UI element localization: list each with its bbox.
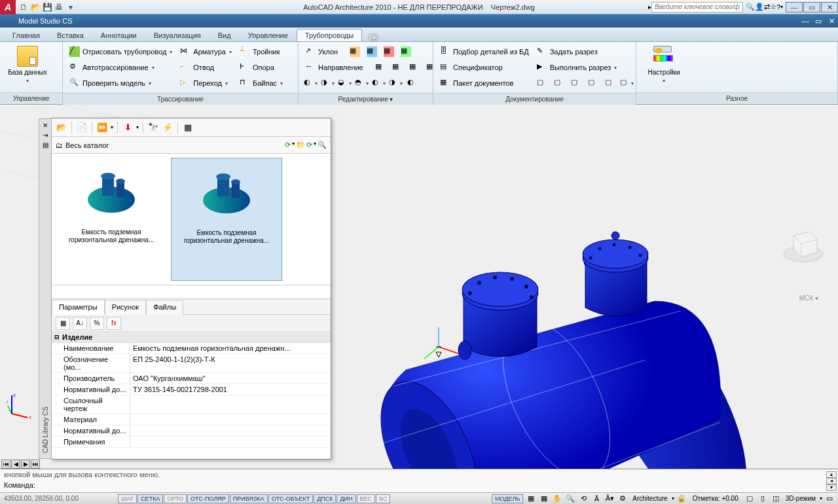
- slope-button[interactable]: ↗Уклон: [302, 45, 340, 59]
- status-replace-icon[interactable]: ▢: [744, 494, 756, 503]
- elbow-button[interactable]: ⌐Отвод: [177, 60, 234, 75]
- edit-icon-1[interactable]: ▦: [347, 45, 363, 59]
- minimize-button[interactable]: —: [786, 2, 803, 12]
- cmd-prompt[interactable]: Команда:: [4, 481, 834, 489]
- ucs-icon[interactable]: x y z: [7, 393, 33, 419]
- edit-dd-1[interactable]: ◐▾: [302, 76, 318, 90]
- tab-first-icon[interactable]: ⏮: [1, 459, 10, 469]
- prop-row[interactable]: Обозначение (мо...ЕП 25-2400-1-1(2)(3)-Т…: [52, 354, 331, 373]
- tee-button[interactable]: ┴Тройник: [237, 45, 285, 59]
- doc-i3[interactable]: ▢: [568, 76, 584, 90]
- doc-i1[interactable]: ▢: [534, 76, 550, 90]
- qat-save-icon[interactable]: 💾: [42, 2, 52, 12]
- pal-flash-icon[interactable]: ⚡: [162, 122, 173, 134]
- close-button[interactable]: ✕: [821, 2, 838, 12]
- edit-dd-5[interactable]: ◐▾: [371, 76, 386, 90]
- palette-filter-input[interactable]: [52, 285, 331, 298]
- status-3d-mode[interactable]: 3D-режим: [783, 495, 818, 502]
- doc-pack-button[interactable]: ▦Пакет документов: [437, 76, 532, 90]
- tab-visualization[interactable]: Визуализация: [145, 29, 210, 41]
- status-pan-icon[interactable]: ✋: [551, 494, 563, 503]
- status-elevation[interactable]: Отметка: +0.00: [689, 495, 742, 502]
- tab-prev-icon[interactable]: ◀: [11, 459, 20, 469]
- search-input[interactable]: [651, 2, 743, 12]
- edit-icon-6[interactable]: ▦: [390, 60, 405, 75]
- reducer-button[interactable]: ▷Переход▾: [177, 76, 234, 90]
- status-ws-icon[interactable]: ⚙: [617, 494, 628, 503]
- check-model-button[interactable]: 🔍Проверить модель▾: [67, 76, 175, 90]
- tab-view[interactable]: Вид: [210, 29, 240, 41]
- status-workspace[interactable]: Architecture: [630, 495, 670, 502]
- comm-icon[interactable]: 👤: [755, 3, 764, 11]
- cmd-up-icon[interactable]: ▴: [826, 471, 837, 478]
- qat-plot-icon[interactable]: 🖶: [54, 2, 64, 12]
- help-dd-icon[interactable]: ▾: [780, 4, 783, 10]
- toggle-snap[interactable]: ШАГ: [118, 494, 137, 503]
- tab-insert[interactable]: Вставка: [48, 29, 92, 41]
- support-button[interactable]: ⱵОпора: [237, 60, 285, 75]
- panel-label[interactable]: Редактирование ▾: [299, 93, 433, 105]
- status-surf-icon[interactable]: ◫: [770, 494, 782, 503]
- doc-i6[interactable]: ▢▾: [619, 76, 635, 90]
- edit-dd-6[interactable]: ◑▾: [388, 76, 403, 90]
- sort-cat-button[interactable]: ▦: [56, 317, 70, 330]
- sort-az-button[interactable]: A↓: [73, 317, 87, 330]
- child-maximize-button[interactable]: ▭: [812, 17, 825, 26]
- prop-row[interactable]: НаименованиеЕмкость подземная горизонтал…: [52, 343, 331, 354]
- toggle-polar[interactable]: ОТС-ПОЛЯР: [187, 494, 229, 503]
- status-model[interactable]: МОДЕЛЬ: [492, 494, 523, 503]
- ribbon-expand-icon[interactable]: ▢: [369, 33, 379, 41]
- edit-dd-7[interactable]: ◐: [405, 76, 420, 90]
- toggle-otrack[interactable]: ОТС-ОБЪЕКТ: [268, 494, 313, 503]
- tab-manage[interactable]: Управление: [240, 29, 297, 41]
- thumb-item[interactable]: Емкость подземная горизонтальная дренажн…: [56, 158, 167, 281]
- ptab-files[interactable]: Файлы: [146, 300, 183, 315]
- tab-next-icon[interactable]: ▶: [21, 459, 30, 469]
- qat-new-icon[interactable]: 🗋: [18, 2, 29, 12]
- thumb-item[interactable]: Емкость подземная горизонтальная дренажн…: [171, 158, 282, 281]
- ptab-params[interactable]: Параметры: [52, 300, 105, 315]
- set-section-button[interactable]: ✎Задать разрез: [534, 45, 635, 59]
- toggle-grid[interactable]: СЕТКА: [137, 494, 163, 503]
- pal-marker-icon[interactable]: ⬇: [122, 122, 134, 134]
- tab-home[interactable]: Главная: [4, 29, 48, 41]
- status-lock-icon[interactable]: 🔒: [676, 494, 687, 503]
- qat-more-icon[interactable]: ▾: [65, 2, 76, 12]
- cmd-down-icon[interactable]: ▾: [826, 484, 837, 491]
- pick-details-button[interactable]: 🗄Подбор деталей из БД: [437, 45, 532, 59]
- tab-pipes[interactable]: Трубопроводы: [297, 29, 362, 41]
- status-cleanscreen-icon[interactable]: ▭: [824, 494, 835, 503]
- infocenter-icon[interactable]: 🔍: [746, 3, 755, 11]
- cmd-left-icon[interactable]: ◂: [826, 478, 837, 484]
- edit-icon-2[interactable]: ▦: [364, 45, 380, 59]
- toggle-ducs[interactable]: ДПСК: [314, 494, 336, 503]
- ptab-drawing[interactable]: Рисунок: [105, 300, 147, 315]
- valve-button[interactable]: ⋈Арматура▾: [177, 45, 234, 59]
- tab-last-icon[interactable]: ⏭: [31, 459, 40, 469]
- maximize-button[interactable]: ▭: [803, 2, 820, 12]
- prop-row[interactable]: Примечания: [52, 437, 331, 448]
- pal-copy-icon[interactable]: 📄: [76, 122, 88, 134]
- doc-i5[interactable]: ▢: [602, 76, 618, 90]
- exchange-icon[interactable]: ⇄: [764, 3, 770, 11]
- prop-row[interactable]: Нормативный до...ТУ 3615-145-00217298-20…: [52, 384, 331, 395]
- tab-annotations[interactable]: Аннотации: [92, 29, 145, 41]
- toggle-osnap[interactable]: ПРИВЯЗКА: [230, 494, 268, 503]
- toggle-dyn[interactable]: ДИН: [337, 494, 355, 503]
- pal-refresh2-icon[interactable]: ⟳: [306, 141, 312, 149]
- pal-forward-icon[interactable]: ⏩: [96, 122, 108, 134]
- fav-icon[interactable]: ☆: [770, 3, 776, 11]
- status-qview-icon[interactable]: ▦: [538, 494, 550, 503]
- child-close-button[interactable]: ✕: [825, 17, 838, 26]
- database-button[interactable]: База данных ▾: [4, 45, 51, 90]
- run-section-button[interactable]: ▶Выполнить разрез▾: [534, 60, 635, 75]
- toggle-qp[interactable]: БС: [376, 494, 390, 503]
- palette-pin-icon[interactable]: ⇥: [43, 132, 48, 139]
- pal-open-icon[interactable]: 📂: [56, 122, 67, 134]
- doc-i4[interactable]: ▢: [585, 76, 601, 90]
- toggle-lwt[interactable]: ВЕС: [357, 494, 376, 503]
- edit-icon-5[interactable]: ▦: [373, 60, 388, 75]
- settings-button[interactable]: 🤝 Настройки ▾: [640, 45, 687, 90]
- toggle-ortho[interactable]: ОРТО: [164, 494, 187, 503]
- qat-open-icon[interactable]: 📂: [30, 2, 41, 12]
